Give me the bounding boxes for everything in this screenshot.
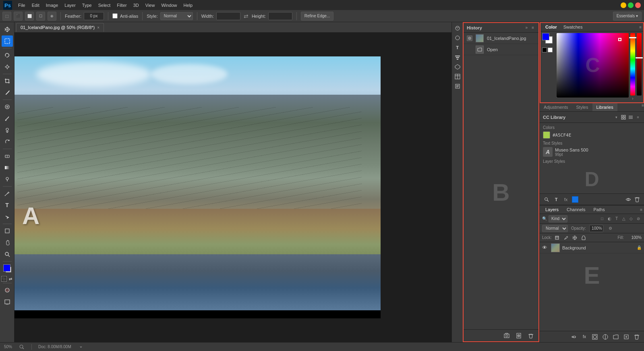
color-arrow-btn[interactable]: › bbox=[632, 96, 633, 101]
height-input[interactable] bbox=[268, 12, 292, 20]
value-strip[interactable] bbox=[637, 33, 642, 96]
swap-icon[interactable]: ⇄ bbox=[244, 13, 248, 19]
tool-magic-wand[interactable] bbox=[2, 61, 13, 73]
icon-strip-table[interactable] bbox=[453, 72, 462, 81]
history-new-doc-btn[interactable] bbox=[514, 331, 523, 340]
essentials-btn[interactable]: Essentials ▾ bbox=[613, 12, 642, 21]
lock-px-btn[interactable] bbox=[553, 234, 561, 241]
tool-icon-1[interactable]: ⬚ bbox=[2, 12, 11, 21]
lib-grid-btn[interactable] bbox=[621, 114, 626, 120]
channels-tab[interactable]: Channels bbox=[563, 206, 589, 214]
history-item-snapshot[interactable]: 01_IcelandPano.jpg bbox=[464, 33, 538, 44]
style-select[interactable]: Normal Fixed Ratio Fixed Size bbox=[160, 12, 193, 20]
tool-icon-4[interactable]: ☐ bbox=[36, 12, 45, 21]
minimize-btn[interactable] bbox=[621, 2, 626, 8]
tool-pen[interactable] bbox=[2, 188, 13, 199]
layer-visibility-btn[interactable]: 👁 bbox=[542, 245, 549, 251]
layer-folder-btn[interactable] bbox=[612, 333, 620, 341]
menu-select[interactable]: Select bbox=[95, 2, 114, 8]
swatches-tab[interactable]: Swatches bbox=[560, 23, 586, 31]
history-create-snapshot-btn[interactable] bbox=[502, 331, 511, 340]
tool-clone[interactable] bbox=[2, 125, 13, 136]
tool-eraser[interactable] bbox=[2, 150, 13, 162]
lib-dropdown-btn[interactable]: ▾ bbox=[613, 114, 619, 120]
icon-strip-align[interactable] bbox=[453, 53, 462, 62]
layer-mask-btn[interactable] bbox=[591, 333, 599, 341]
tool-lasso[interactable] bbox=[2, 50, 13, 61]
menu-window[interactable]: Window bbox=[158, 2, 180, 8]
styles-tab[interactable]: Styles bbox=[572, 103, 592, 111]
layer-background[interactable]: 👁 Background 🔒 bbox=[540, 242, 644, 253]
filter-type-btn[interactable]: T bbox=[613, 216, 620, 222]
color-icon[interactable] bbox=[548, 48, 553, 52]
history-item-open[interactable]: Open bbox=[464, 44, 538, 55]
feather-input[interactable] bbox=[84, 12, 104, 20]
default-colors-btn[interactable]: ⬛ bbox=[1, 276, 7, 282]
layer-adj-btn[interactable] bbox=[601, 333, 609, 341]
opacity-input[interactable] bbox=[589, 225, 603, 232]
lib-footer-fx-btn[interactable]: fx bbox=[562, 196, 569, 203]
filter-shape-btn[interactable]: △ bbox=[621, 216, 627, 222]
layer-link-btn[interactable] bbox=[570, 333, 578, 341]
lib-text-style-row[interactable]: A Museo Sans 500 99pt bbox=[543, 147, 641, 157]
tool-eyedropper[interactable] bbox=[2, 87, 13, 98]
history-delete-btn[interactable] bbox=[526, 331, 535, 340]
menu-type[interactable]: Type bbox=[79, 2, 95, 8]
menu-3d[interactable]: 3D bbox=[130, 2, 142, 8]
lock-brush-btn[interactable] bbox=[562, 234, 569, 241]
lock-all-btn[interactable] bbox=[580, 234, 587, 241]
color-panel-menu-btn[interactable]: ≡ bbox=[639, 25, 642, 29]
layers-panel-menu-btn[interactable]: ≡ bbox=[640, 208, 642, 212]
lib-color-row[interactable]: #A5CF4E bbox=[543, 131, 641, 139]
layer-blend-mode-select[interactable]: Normal Multiply Screen bbox=[542, 225, 568, 232]
menu-image[interactable]: Image bbox=[43, 2, 61, 8]
layer-delete-btn[interactable] bbox=[633, 333, 641, 341]
libraries-tab[interactable]: Libraries bbox=[592, 103, 617, 111]
menu-layer[interactable]: Layer bbox=[62, 2, 79, 8]
swap-colors-btn[interactable]: ⇄ bbox=[8, 276, 13, 282]
filter-adj-btn[interactable]: ◐ bbox=[606, 216, 613, 222]
width-input[interactable] bbox=[216, 12, 240, 20]
tool-screen-mode[interactable] bbox=[2, 296, 13, 307]
icon-strip-notes[interactable] bbox=[453, 82, 462, 91]
foreground-color-box[interactable] bbox=[542, 33, 549, 40]
layer-new-btn[interactable] bbox=[622, 333, 630, 341]
anti-alias-checkbox[interactable] bbox=[112, 13, 118, 19]
close-btn[interactable] bbox=[635, 2, 641, 8]
foreground-color-swatch[interactable] bbox=[3, 264, 10, 272]
hue-strip[interactable] bbox=[630, 33, 635, 96]
icon-strip-art[interactable] bbox=[453, 33, 462, 42]
tool-icon-5[interactable]: ⊕ bbox=[48, 12, 56, 21]
status-zoom-btn[interactable] bbox=[19, 344, 25, 350]
history-menu-btn[interactable]: ≡ bbox=[530, 25, 535, 30]
layer-fx-btn[interactable]: fx bbox=[580, 333, 588, 341]
tool-heal[interactable] bbox=[2, 101, 13, 112]
color-swatch-area[interactable] bbox=[2, 263, 13, 274]
lib-footer-text-btn[interactable]: T bbox=[553, 196, 560, 203]
tool-brush[interactable] bbox=[2, 113, 13, 124]
tool-icon-2[interactable]: ⬛ bbox=[14, 12, 23, 21]
tool-move[interactable] bbox=[2, 24, 13, 35]
icon-strip-3d[interactable] bbox=[453, 62, 462, 71]
lib-menu-btn[interactable]: ≡ bbox=[635, 114, 641, 120]
filter-toggle-btn[interactable]: ⊘ bbox=[635, 216, 642, 222]
menu-view[interactable]: View bbox=[143, 2, 158, 8]
lib-footer-search-btn[interactable] bbox=[543, 196, 550, 203]
filter-px-btn[interactable]: □ bbox=[599, 216, 605, 222]
history-expand-btn[interactable]: » bbox=[524, 25, 529, 30]
refine-edge-btn[interactable]: Refine Edge... bbox=[301, 12, 333, 21]
opacity-lock-btn[interactable]: ⚙ bbox=[607, 225, 614, 232]
adj-tab[interactable]: Adjustments bbox=[540, 103, 572, 111]
tool-text[interactable]: T bbox=[2, 199, 13, 211]
icon-strip-history[interactable] bbox=[453, 24, 462, 33]
color-tab[interactable]: Color bbox=[542, 23, 560, 31]
lib-footer-trash-btn[interactable] bbox=[634, 196, 641, 203]
tool-hand[interactable] bbox=[2, 237, 13, 248]
tool-path-sel[interactable] bbox=[2, 211, 13, 222]
tool-shape[interactable] bbox=[2, 225, 13, 237]
layers-kind-select[interactable]: Kind bbox=[549, 215, 567, 222]
lib-panel-menu-btn[interactable]: ≡ bbox=[642, 103, 644, 111]
tool-crop[interactable] bbox=[2, 75, 13, 87]
menu-edit[interactable]: Edit bbox=[29, 2, 42, 8]
maximize-btn[interactable] bbox=[628, 2, 634, 8]
